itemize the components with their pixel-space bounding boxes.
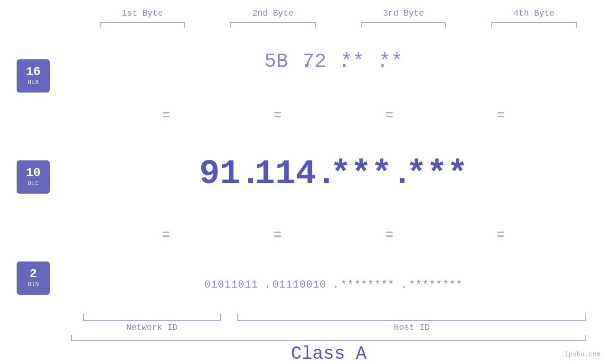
hex-row: 5B . 72 . ** . ** — [66, 45, 601, 78]
eq2 — [274, 112, 281, 117]
dec-sep1: . — [240, 155, 254, 194]
dec-badge: 10 DEC — [17, 160, 50, 194]
byte1-header: 1st Byte — [77, 9, 208, 18]
byte3-header: 3rd Byte — [338, 9, 469, 18]
bin-b2: 01110010 — [272, 279, 327, 291]
hex-b1: 5B — [264, 50, 288, 73]
byte2-header: 2nd Byte — [208, 9, 338, 18]
hex-badge-number: 16 — [26, 65, 40, 78]
hex-b4: ** — [379, 50, 403, 73]
bin-sep3: . — [394, 279, 409, 291]
eq3 — [386, 112, 393, 117]
byte-headers: 1st Byte 2nd Byte 3rd Byte 4th Byte — [0, 0, 610, 18]
hex-b2: 72 — [302, 50, 326, 73]
hex-badge-label: HEX — [28, 79, 38, 86]
bin-badge-label: BIN — [28, 281, 38, 288]
hex-sep3: . — [365, 50, 379, 73]
class-label: Class A — [291, 344, 367, 364]
values-area: 5B . 72 . ** . ** 91 . — [66, 30, 610, 314]
eq5 — [163, 232, 169, 237]
eq1 — [163, 112, 169, 117]
dec-sep3: . — [392, 155, 406, 194]
bin-b1: 01011011 — [204, 279, 258, 291]
class-bracket-line — [71, 335, 586, 341]
top-brackets — [0, 22, 610, 28]
bracket2-line — [230, 22, 316, 28]
eq-cells-2 — [101, 232, 566, 237]
equals-row-2 — [66, 228, 601, 240]
host-bracket-line — [237, 314, 586, 321]
hex-b3: ** — [341, 50, 365, 73]
hex-badge: 16 HEX — [17, 59, 50, 93]
dec-badge-label: DEC — [28, 180, 38, 187]
hex-sep2: . — [327, 50, 341, 73]
bin-row: 01011011 . 01110010 . ******** . *******… — [66, 271, 601, 299]
badges-column: 16 HEX 10 DEC 2 BIN — [0, 30, 66, 314]
network-bracket: Network ID — [71, 314, 233, 332]
bin-b4: ******** — [409, 279, 463, 291]
network-id-label: Network ID — [126, 323, 178, 332]
bin-badge-number: 2 — [29, 268, 37, 280]
dec-b3: *** — [330, 155, 392, 194]
hex-sep1: . — [288, 50, 302, 73]
eq7 — [386, 232, 393, 237]
eq-cells-1 — [101, 112, 566, 117]
network-bracket-line — [83, 314, 221, 321]
dec-badge-number: 10 — [26, 167, 40, 179]
bracket3 — [338, 22, 469, 28]
bin-badge: 2 BIN — [17, 261, 50, 295]
bottom-brackets-area: Network ID Host ID — [0, 314, 610, 332]
dec-b4: *** — [406, 155, 468, 194]
eq6 — [274, 232, 281, 237]
bin-sep2: . — [327, 279, 341, 291]
bracket3-line — [361, 22, 446, 28]
equals-row-1 — [66, 109, 601, 121]
bracket4-line — [491, 22, 577, 28]
host-bracket: Host ID — [237, 314, 586, 332]
class-area: Class A — [0, 335, 610, 364]
bracket4 — [469, 22, 600, 28]
bin-sep1: . — [258, 279, 272, 291]
watermark: ipshu.com — [564, 351, 601, 358]
dec-row: 91 . 114 . *** . *** — [66, 150, 601, 198]
bracket1 — [77, 22, 208, 28]
host-id-label: Host ID — [394, 323, 430, 332]
byte4-header: 4th Byte — [469, 9, 600, 18]
eq8 — [497, 232, 504, 237]
bracket2 — [208, 22, 338, 28]
dec-sep2: . — [316, 155, 330, 194]
main-container: 1st Byte 2nd Byte 3rd Byte 4th Byte 16 H… — [0, 0, 610, 364]
dec-b1: 91 — [199, 155, 240, 194]
eq4 — [497, 112, 504, 117]
dec-b2: 114 — [254, 155, 316, 194]
bracket1-line — [100, 22, 185, 28]
bin-b3: ******** — [341, 279, 395, 291]
